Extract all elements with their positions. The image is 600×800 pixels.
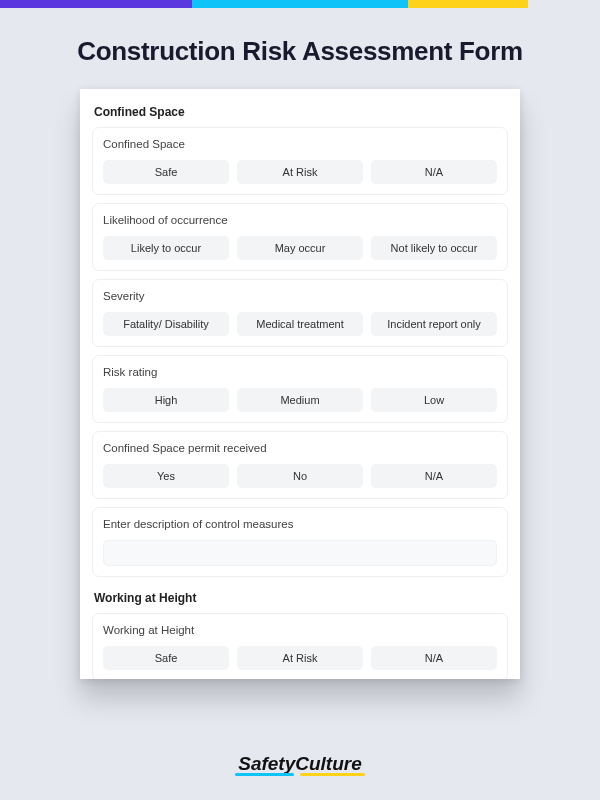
question-label: Enter description of control measures: [103, 518, 497, 530]
question-label: Working at Height: [103, 624, 497, 636]
option-button[interactable]: May occur: [237, 236, 363, 260]
question-label: Confined Space permit received: [103, 442, 497, 454]
brand-name: SafetyCulture: [238, 753, 362, 775]
brand-stripe: [0, 0, 600, 8]
question-label: Risk rating: [103, 366, 497, 378]
option-button[interactable]: High: [103, 388, 229, 412]
option-button[interactable]: Not likely to occur: [371, 236, 497, 260]
brand-logo: SafetyCulture: [0, 753, 600, 778]
question-group: Likelihood of occurrence Likely to occur…: [92, 203, 508, 271]
option-button[interactable]: N/A: [371, 160, 497, 184]
form-card: Confined Space Confined Space Safe At Ri…: [80, 89, 520, 679]
option-button[interactable]: Incident report only: [371, 312, 497, 336]
section-heading: Confined Space: [92, 101, 508, 127]
question-group: Confined Space Safe At Risk N/A: [92, 127, 508, 195]
section-heading: Working at Height: [92, 587, 508, 613]
option-button[interactable]: Medical treatment: [237, 312, 363, 336]
option-button[interactable]: Safe: [103, 646, 229, 670]
option-button[interactable]: No: [237, 464, 363, 488]
option-button[interactable]: N/A: [371, 646, 497, 670]
option-button[interactable]: At Risk: [237, 160, 363, 184]
question-group: Confined Space permit received Yes No N/…: [92, 431, 508, 499]
option-button[interactable]: Likely to occur: [103, 236, 229, 260]
question-label: Likelihood of occurrence: [103, 214, 497, 226]
description-input[interactable]: [103, 540, 497, 566]
page-title: Construction Risk Assessment Form: [0, 36, 600, 67]
question-group: Risk rating High Medium Low: [92, 355, 508, 423]
option-button[interactable]: Yes: [103, 464, 229, 488]
brand-underline-icon: [235, 773, 365, 778]
option-button[interactable]: Low: [371, 388, 497, 412]
question-group: Severity Fatality/ Disability Medical tr…: [92, 279, 508, 347]
question-group: Enter description of control measures: [92, 507, 508, 577]
question-label: Confined Space: [103, 138, 497, 150]
option-button[interactable]: Fatality/ Disability: [103, 312, 229, 336]
option-button[interactable]: N/A: [371, 464, 497, 488]
question-group: Working at Height Safe At Risk N/A: [92, 613, 508, 679]
question-label: Severity: [103, 290, 497, 302]
option-button[interactable]: Safe: [103, 160, 229, 184]
option-button[interactable]: Medium: [237, 388, 363, 412]
option-button[interactable]: At Risk: [237, 646, 363, 670]
